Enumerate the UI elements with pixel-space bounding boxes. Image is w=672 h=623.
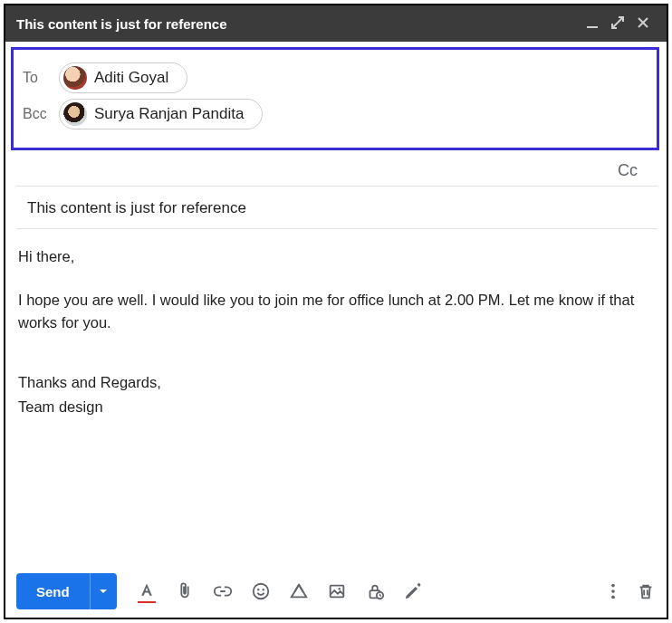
body-paragraph: I hope you are well. I would like you to… [18,289,654,335]
window-title: This content is just for reference [16,16,580,32]
attach-icon[interactable] [175,581,195,601]
to-chip[interactable]: Aditi Goyal [59,62,187,93]
email-body[interactable]: Hi there, I hope you are well. I would l… [5,229,667,565]
trash-icon[interactable] [636,581,656,601]
compose-toolbar: Send [5,565,667,618]
emoji-icon[interactable] [251,581,271,601]
svg-point-1 [253,584,268,599]
format-icons [137,581,423,601]
svg-rect-4 [330,586,343,598]
svg-rect-0 [587,26,598,28]
subject-field[interactable]: This content is just for reference [16,187,658,229]
to-label: To [23,70,59,86]
bcc-row[interactable]: Bcc Surya Ranjan Pandita [23,99,648,129]
svg-point-5 [338,588,340,589]
send-more-button[interactable] [90,573,117,609]
titlebar: This content is just for reference [5,5,667,42]
svg-point-10 [611,596,615,599]
send-button-group: Send [16,573,117,609]
signature-line-1: Thanks and Regards, [18,371,654,395]
avatar [63,102,87,126]
send-button[interactable]: Send [16,573,90,609]
confidential-icon[interactable] [365,581,385,601]
cc-toggle[interactable]: Cc [618,161,638,180]
image-icon[interactable] [327,581,347,601]
more-options-icon[interactable] [603,581,623,601]
expand-icon[interactable] [605,16,630,32]
to-name: Aditi Goyal [94,69,168,87]
bcc-chip[interactable]: Surya Ranjan Pandita [59,99,263,129]
svg-point-3 [262,589,264,590]
recipients-highlight: To Aditi Goyal Bcc Surya Ranjan Pandita [11,47,659,150]
avatar [63,66,87,90]
svg-point-9 [611,589,615,593]
compose-window: This content is just for reference To Ad… [4,4,668,619]
bcc-label: Bcc [23,106,59,122]
svg-point-8 [611,584,615,588]
drive-icon[interactable] [289,581,309,601]
format-text-icon[interactable] [137,581,157,601]
body-greeting: Hi there, [18,245,654,269]
pen-icon[interactable] [403,581,423,601]
link-icon[interactable] [213,581,233,601]
cc-toggle-row: Cc [16,156,658,187]
bcc-name: Surya Ranjan Pandita [94,105,244,123]
subject-text: This content is just for reference [27,199,246,216]
close-icon[interactable] [630,16,656,32]
to-row[interactable]: To Aditi Goyal [23,62,648,93]
svg-point-2 [257,589,259,590]
signature-line-2: Team design [18,396,654,419]
minimize-icon[interactable] [580,16,605,32]
